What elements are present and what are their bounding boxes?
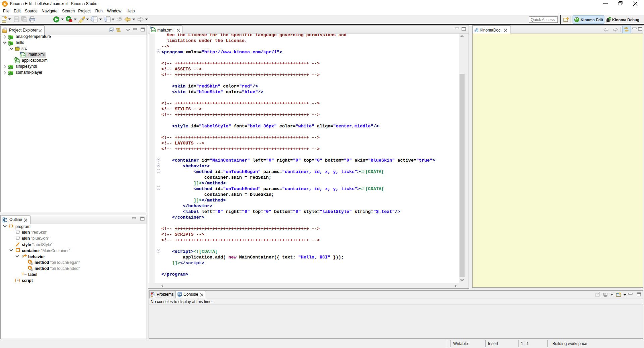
svg-text:T: T bbox=[22, 272, 24, 276]
svg-text:}: } bbox=[19, 278, 20, 282]
svg-text:{: { bbox=[15, 278, 17, 282]
